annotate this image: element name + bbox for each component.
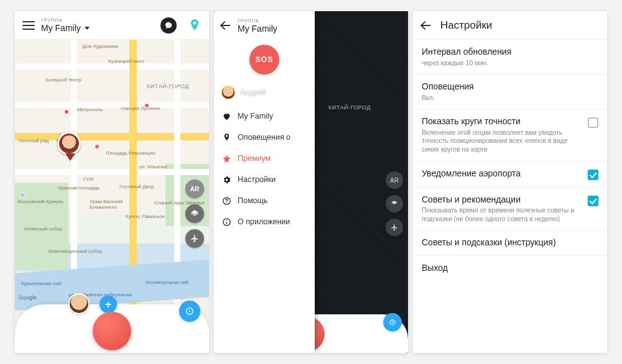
back-icon[interactable] xyxy=(220,20,231,31)
menu-item-settings[interactable]: Настройки xyxy=(214,169,315,190)
map-label: ГУМ xyxy=(83,176,93,182)
driving-button[interactable] xyxy=(179,301,200,322)
info-icon xyxy=(221,217,231,227)
heart-icon xyxy=(221,111,231,121)
menu-item-family[interactable]: My Family xyxy=(214,106,315,127)
screen-map: ГРУППА My Family Дом Художника xyxy=(15,11,209,353)
setting-subtitle: Включение этой опции позволяет вам увиде… xyxy=(422,129,582,154)
group-name: My Family xyxy=(41,23,81,33)
settings-header: Настройки xyxy=(413,11,607,40)
checkbox[interactable] xyxy=(588,170,598,180)
menu-label: О приложении xyxy=(238,217,290,226)
setting-airport[interactable]: Уведомление аэропорта xyxy=(413,162,607,188)
group-label: ГРУППА xyxy=(41,17,151,23)
map-label: Гостиный Двор xyxy=(119,184,154,189)
avatar xyxy=(221,86,235,99)
menu-icon[interactable] xyxy=(22,21,35,30)
menu-item-about[interactable]: О приложении xyxy=(214,211,315,232)
setting-tips[interactable]: Советы и рекомендации Показывать время о… xyxy=(413,188,607,231)
map-label: Москворецкая наб. xyxy=(146,280,190,285)
menu-item-premium[interactable]: Премиум xyxy=(214,148,315,169)
setting-accuracy-circles[interactable]: Показать круги точности Включение этой о… xyxy=(413,109,607,161)
driving-button[interactable] xyxy=(383,313,402,332)
map-label: Метрополь xyxy=(77,107,103,112)
setting-title: Советы и рекомендации xyxy=(422,194,582,206)
locate-icon[interactable] xyxy=(187,17,203,34)
page-title: Настройки xyxy=(440,19,492,32)
map-label: Успенский собор xyxy=(24,226,62,232)
setting-title: Советы и подсказки (инструкция) xyxy=(422,237,598,248)
setting-interval[interactable]: Интервал обновления через каждые 10 мин. xyxy=(413,40,607,75)
screen-drawer: КИТАЙ-ГОРОД AR ГРУППА My Family SOS xyxy=(214,11,408,353)
menu-item-alerts[interactable]: Оповещения о xyxy=(214,127,315,148)
setting-subtitle: Вкл. xyxy=(422,94,598,102)
add-member-button[interactable]: + xyxy=(100,296,117,313)
setting-subtitle: Показывать время от времени полезные сов… xyxy=(422,206,582,223)
map-label: Купол, Павильон xyxy=(126,214,165,219)
ar-button[interactable]: AR xyxy=(185,180,204,198)
member-avatar[interactable] xyxy=(68,293,90,314)
setting-title: Показать круги точности xyxy=(422,116,582,127)
user-marker[interactable] xyxy=(57,132,83,163)
layers-button[interactable] xyxy=(386,195,403,212)
drawer-user[interactable]: Андрей xyxy=(214,83,315,106)
map-label: Дом Художника xyxy=(82,43,118,49)
svg-point-0 xyxy=(193,21,197,24)
setting-notifications[interactable]: Оповещения Вкл. xyxy=(413,75,607,109)
user-name: Андрей xyxy=(240,88,266,97)
svg-point-6 xyxy=(226,202,226,202)
svg-point-4 xyxy=(392,322,393,323)
flights-button[interactable] xyxy=(386,219,403,236)
svg-point-2 xyxy=(189,311,191,312)
layers-button[interactable] xyxy=(185,204,204,223)
sos-button[interactable]: SOS xyxy=(249,45,279,75)
map-label: Кузнецкий мост xyxy=(108,58,144,64)
map-label: ул. Ильинка xyxy=(139,164,167,170)
group-selector[interactable]: ГРУППА My Family xyxy=(238,18,309,34)
map-label: Красная площадь xyxy=(58,185,100,191)
setting-title: Выход xyxy=(422,263,598,274)
setting-title: Интервал обновления xyxy=(422,47,598,58)
map-label: Храм Василия Блаженного xyxy=(90,199,123,210)
map-canvas[interactable]: Дом Художника Кузнецкий мост Большой теа… xyxy=(15,40,209,353)
checkbox[interactable] xyxy=(588,117,598,128)
map-label: Благовещенский собор xyxy=(49,248,102,254)
map-label: станция Лубянка xyxy=(121,106,160,111)
star-icon xyxy=(221,153,231,163)
map-label: КИТАЙ-ГОРОД xyxy=(147,83,189,89)
screen-settings: Настройки Интервал обновления через кажд… xyxy=(413,11,607,353)
gear-icon xyxy=(221,175,231,184)
svg-point-9 xyxy=(226,220,226,221)
menu-label: Помощь xyxy=(238,196,267,205)
chat-icon[interactable] xyxy=(160,17,177,34)
side-drawer: ГРУППА My Family SOS Андрей My Family xyxy=(214,11,315,353)
map-label: Охотный ряд xyxy=(19,138,49,143)
group-name: My Family xyxy=(238,24,277,34)
setting-title: Оповещения xyxy=(422,81,598,93)
ar-button[interactable]: AR xyxy=(386,171,403,189)
group-label: ГРУППА xyxy=(238,18,309,24)
checkbox[interactable] xyxy=(588,196,598,206)
map-label: КИТАЙ-ГОРОД xyxy=(328,104,371,111)
setting-title: Уведомление аэропорта xyxy=(422,168,582,180)
group-selector[interactable]: ГРУППА My Family xyxy=(41,17,151,33)
menu-label: Премиум xyxy=(238,154,271,163)
map-header: ГРУППА My Family xyxy=(15,11,209,40)
menu-item-help[interactable]: Помощь xyxy=(214,190,315,211)
setting-hints[interactable]: Советы и подсказки (инструкция) xyxy=(413,230,607,256)
map-label: Площадь Революции xyxy=(106,150,155,156)
pin-icon xyxy=(221,132,231,142)
back-icon[interactable] xyxy=(420,20,432,31)
map-label: Кремлевская наб. xyxy=(21,281,63,286)
menu-label: Оповещения о xyxy=(238,133,290,142)
menu-label: Настройки xyxy=(238,175,276,184)
help-icon xyxy=(221,196,231,206)
flights-button[interactable] xyxy=(185,229,204,248)
map-label: Большой театр xyxy=(46,77,81,83)
chevron-down-icon xyxy=(85,27,90,30)
google-credit: Google xyxy=(19,294,37,301)
setting-exit[interactable]: Выход xyxy=(413,256,607,281)
sos-center-button[interactable] xyxy=(93,312,131,350)
bottom-bar: + xyxy=(15,304,209,353)
menu-label: My Family xyxy=(238,112,273,121)
